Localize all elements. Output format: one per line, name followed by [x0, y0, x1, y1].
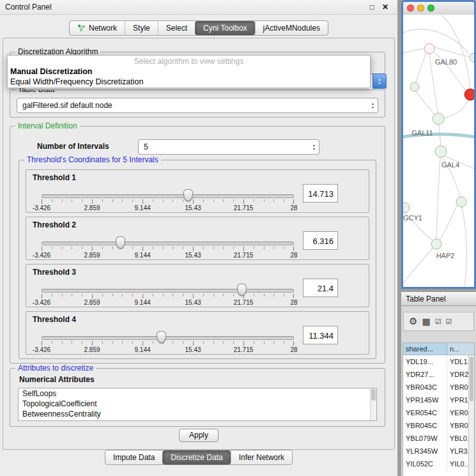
slider-thumb[interactable]	[157, 331, 166, 343]
tab-infer-network[interactable]: Infer Network	[231, 450, 292, 464]
group-title: Interval Definition	[15, 121, 80, 130]
table-row[interactable]: YIL052CYIL0...	[403, 457, 474, 470]
scale-label: -3.426	[33, 204, 50, 211]
threshold-value-input[interactable]: 6.316	[303, 231, 338, 250]
threshold-slider[interactable]: -3.4262.8599.14415.4321.71528	[42, 234, 294, 259]
network-edge[interactable]	[403, 248, 433, 283]
tab-label: Network	[89, 24, 117, 33]
table-scrollbar[interactable]	[468, 355, 474, 476]
tab-select[interactable]: Select	[158, 21, 195, 35]
network-window-titlebar[interactable]	[403, 2, 474, 15]
network-edge[interactable]	[416, 53, 426, 82]
network-edge[interactable]	[403, 49, 424, 53]
control-panel-titlebar: Control Panel □ ✕	[0, 0, 397, 15]
tab-network[interactable]: Network	[70, 21, 125, 35]
threshold-sections: Threshold 1-3.4262.8599.14415.4321.71528…	[19, 160, 376, 358]
network-canvas[interactable]: GAL80GAL11GAL4GCY1HAP2	[403, 15, 474, 287]
slider-scale-labels: -3.4262.8599.14415.4321.71528	[42, 299, 294, 306]
apply-button[interactable]: Apply	[179, 429, 219, 442]
network-node-gal80[interactable]	[424, 43, 434, 54]
scale-label: 2.859	[84, 252, 100, 259]
table-row[interactable]: YBL079WYBL0...	[403, 432, 474, 445]
column-header-shared-name[interactable]: shared...	[403, 343, 447, 355]
cell-shared-name: YLR345W	[403, 445, 447, 457]
threshold-slider[interactable]: -3.4262.8599.14415.4321.71528	[42, 187, 294, 212]
network-node[interactable]	[410, 82, 419, 91]
columns-icon[interactable]: ▦	[422, 316, 430, 326]
scale-label: 2.859	[84, 299, 100, 306]
list-item[interactable]: TopologicalCoefficient	[19, 399, 376, 409]
table-row[interactable]: YBR043CYBR0...	[403, 381, 474, 394]
column-header-name[interactable]: n...	[447, 343, 474, 355]
threshold-value-input[interactable]: 14.713	[303, 184, 338, 203]
list-scrollbar[interactable]	[370, 388, 376, 420]
list-item[interactable]: BetweennessCentrality	[19, 409, 376, 419]
tab-segment-bar: NetworkStyleSelectCyni ToolboxjActiveMNo…	[69, 20, 328, 36]
list-item[interactable]: SelfLoops	[19, 388, 376, 399]
network-node-gal11[interactable]	[433, 113, 444, 125]
network-edge[interactable]	[440, 206, 457, 240]
tab-impute-data[interactable]: Impute Data	[105, 450, 162, 464]
slider-major-tick	[142, 294, 143, 298]
tab-style[interactable]: Style	[125, 21, 158, 35]
number-of-intervals-select[interactable]: 5 ▲▼	[138, 139, 319, 155]
list-items: SelfLoopsTopologicalCoefficientBetweenne…	[19, 388, 376, 419]
network-graph[interactable]: GAL80GAL11GAL4GCY1HAP2	[403, 15, 474, 287]
dropdown-option-equal-width-frequency[interactable]: Equal Width/Frequency Discretization	[8, 77, 370, 87]
float-window-icon[interactable]: □	[370, 0, 374, 14]
network-node-hap2[interactable]	[431, 239, 441, 249]
table-row[interactable]: YDR27...YDR2...	[403, 368, 474, 381]
numerical-attributes-label: Numerical Attributes	[19, 375, 95, 384]
network-node[interactable]	[470, 53, 474, 62]
network-edge[interactable]	[416, 91, 435, 115]
table-panel-title: Table Panel	[401, 291, 476, 306]
network-edge[interactable]	[444, 100, 468, 118]
threshold-4-section: Threshold 4-3.4262.8599.14415.4321.71528…	[26, 311, 369, 355]
gear-icon[interactable]: ⚙	[409, 316, 417, 327]
scale-label: 28	[290, 252, 297, 259]
zoom-window-icon[interactable]	[427, 4, 434, 12]
slider-minor-ticks	[42, 341, 294, 344]
tab-jactivemnodules[interactable]: jActiveMNodules	[255, 21, 328, 35]
minimize-window-icon[interactable]	[417, 4, 424, 12]
network-node[interactable]	[464, 89, 474, 100]
tab-discretize-data[interactable]: Discretize Data	[162, 450, 230, 464]
tab-label: jActiveMNodules	[263, 24, 320, 33]
threshold-value-input[interactable]: 21.4	[303, 279, 338, 297]
slider-major-tick	[42, 341, 42, 346]
table-row[interactable]: YDL19...YDL1...	[403, 355, 474, 368]
numerical-attributes-list[interactable]: SelfLoopsTopologicalCoefficientBetweenne…	[18, 388, 377, 421]
threshold-label: Threshold 3	[33, 268, 76, 277]
network-node[interactable]	[456, 197, 466, 207]
show-columns-checkbox-icon[interactable]: ☑	[435, 318, 441, 326]
network-edge[interactable]	[436, 157, 440, 238]
show-rows-checkbox-icon[interactable]: ☑	[446, 318, 452, 326]
tab-label: Style	[133, 24, 150, 33]
scrollbar-thumb[interactable]	[371, 389, 376, 401]
table-toolbar: ⚙▦☑☑	[403, 312, 474, 331]
threshold-value-input[interactable]: 11.344	[303, 326, 338, 344]
tab-cyni-toolbox[interactable]: Cyni Toolbox	[195, 21, 254, 35]
slider-major-tick	[193, 294, 194, 298]
dropdown-option-manual-discretization[interactable]: Manual Discretization	[8, 66, 370, 77]
threshold-slider[interactable]: -3.4262.8599.14415.4321.71528	[42, 281, 294, 307]
slider-track	[42, 242, 294, 245]
network-node-gal4[interactable]	[435, 146, 447, 157]
table-row[interactable]: YPR145WYPR1...	[403, 394, 474, 406]
slider-major-tick	[293, 341, 294, 346]
network-edge[interactable]	[462, 207, 466, 287]
table-row[interactable]: YBR045CYBR0...	[403, 419, 474, 432]
table-row[interactable]: YLR345WYLR3...	[403, 445, 474, 457]
table-row[interactable]: YER054CYER0...	[403, 406, 474, 419]
table-data-select[interactable]: galFiltered.sif default node ▲▼	[17, 98, 378, 113]
slider-minor-ticks	[42, 199, 294, 202]
control-panel: Control Panel □ ✕ NetworkStyleSelectCyni…	[0, 0, 397, 476]
close-panel-icon[interactable]: ✕	[382, 0, 388, 14]
slider-scale-labels: -3.4262.8599.14415.4321.71528	[42, 252, 294, 259]
close-window-icon[interactable]	[407, 4, 414, 12]
network-node-gcy1[interactable]	[403, 203, 410, 213]
threshold-slider[interactable]: -3.4262.8599.14415.4321.71528	[42, 328, 294, 354]
scale-label: 21.715	[234, 204, 254, 211]
interval-definition-group: Interval Definition Number of Intervals …	[10, 126, 385, 364]
scrollbar-thumb[interactable]	[470, 357, 473, 401]
